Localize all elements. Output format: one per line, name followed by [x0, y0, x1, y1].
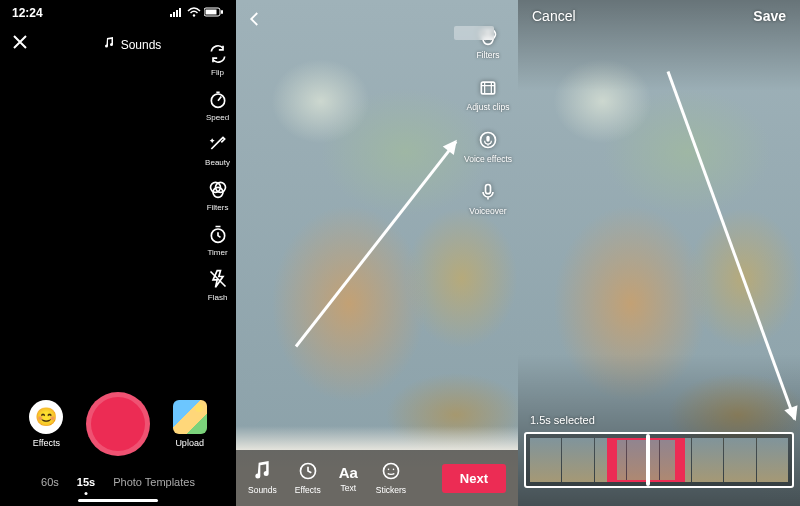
svg-point-23	[393, 469, 395, 471]
svg-rect-6	[206, 10, 217, 15]
svg-point-22	[388, 469, 390, 471]
adjust-clips-button[interactable]: Adjust clips	[466, 78, 509, 112]
flash-button[interactable]: Flash	[208, 269, 228, 302]
voiceover-icon	[478, 182, 498, 204]
effects-button[interactable]: 😊 Effects	[29, 400, 63, 448]
speed-icon	[208, 89, 228, 111]
beauty-icon	[208, 134, 228, 156]
status-bar: 12:24	[0, 0, 236, 20]
svg-rect-3	[179, 8, 181, 17]
music-note-icon	[252, 461, 272, 483]
svg-rect-7	[221, 10, 223, 14]
edit-bottom-bar: Sounds Effects Aa Text Stickers Next	[236, 450, 518, 506]
next-button[interactable]: Next	[442, 464, 506, 493]
save-button[interactable]: Save	[753, 8, 786, 24]
adjust-clips-screen: Cancel Save 1.5s selected	[518, 0, 800, 506]
svg-point-8	[211, 94, 224, 107]
svg-rect-1	[173, 12, 175, 17]
voice-effects-icon	[478, 130, 498, 152]
voiceover-button[interactable]: Voiceover	[469, 182, 506, 216]
stickers-icon	[381, 461, 401, 483]
gallery-thumb-icon	[173, 400, 207, 434]
back-button[interactable]	[246, 10, 264, 32]
trim-handle-left[interactable]	[607, 440, 617, 480]
svg-rect-19	[485, 185, 490, 194]
battery-icon	[204, 6, 224, 20]
svg-rect-18	[486, 136, 489, 142]
close-icon[interactable]	[12, 34, 28, 55]
smiley-icon: 😊	[29, 400, 63, 434]
filters-icon	[208, 179, 228, 201]
svg-rect-2	[176, 10, 178, 17]
effects-clock-icon	[298, 461, 318, 483]
timer-button[interactable]: Timer	[207, 224, 227, 257]
edit-screen: Filters Adjust clips Voice effects Voice…	[236, 0, 518, 506]
timer-icon	[208, 224, 228, 246]
home-indicator	[78, 499, 158, 502]
timeline-frame	[562, 438, 593, 482]
mode-15s[interactable]: 15s	[77, 476, 95, 488]
beauty-button[interactable]: Beauty	[205, 134, 230, 167]
text-button[interactable]: Aa Text	[339, 464, 358, 493]
filters-button[interactable]: Filters	[207, 179, 229, 212]
clip-timeline[interactable]	[524, 432, 794, 488]
record-button[interactable]	[86, 392, 150, 456]
selected-duration-label: 1.5s selected	[530, 414, 595, 426]
wifi-icon	[187, 6, 201, 20]
speed-button[interactable]: Speed	[206, 89, 229, 122]
svg-rect-16	[481, 82, 494, 94]
record-screen: 12:24 Sounds Flip	[0, 0, 236, 506]
music-note-icon	[103, 37, 115, 52]
text-icon: Aa	[339, 464, 358, 481]
svg-rect-0	[170, 14, 172, 17]
duration-modes: 60s 15s Photo Templates	[0, 476, 236, 488]
svg-point-4	[193, 14, 195, 16]
sounds-label: Sounds	[121, 38, 162, 52]
sounds-button[interactable]: Sounds	[248, 461, 277, 495]
timeline-frame	[757, 438, 788, 482]
svg-point-21	[383, 464, 398, 479]
adjust-clips-icon	[478, 78, 498, 100]
flip-button[interactable]: Flip	[208, 44, 228, 77]
status-indicators	[170, 6, 224, 20]
cancel-button[interactable]: Cancel	[532, 8, 576, 24]
video-preview[interactable]	[518, 0, 800, 506]
sounds-button[interactable]: Sounds	[40, 37, 224, 52]
playhead[interactable]	[646, 434, 650, 486]
upload-button[interactable]: Upload	[173, 400, 207, 448]
camera-tools: Flip Speed Beauty Filters Timer Flash	[205, 44, 230, 302]
edit-tools: Filters Adjust clips Voice effects Voice…	[464, 26, 512, 216]
timeline-frame	[530, 438, 561, 482]
blur-overlay	[454, 26, 494, 40]
signal-icon	[170, 6, 184, 20]
timeline-frame	[692, 438, 723, 482]
flash-off-icon	[208, 269, 228, 291]
flip-icon	[208, 44, 228, 66]
trim-handle-right[interactable]	[675, 440, 685, 480]
stickers-button[interactable]: Stickers	[376, 461, 406, 495]
timeline-frame	[724, 438, 755, 482]
mode-60s[interactable]: 60s	[41, 476, 59, 488]
voice-effects-button[interactable]: Voice effects	[464, 130, 512, 164]
mode-photo-templates[interactable]: Photo Templates	[113, 476, 195, 488]
clock: 12:24	[12, 6, 43, 20]
effects-button[interactable]: Effects	[295, 461, 321, 495]
